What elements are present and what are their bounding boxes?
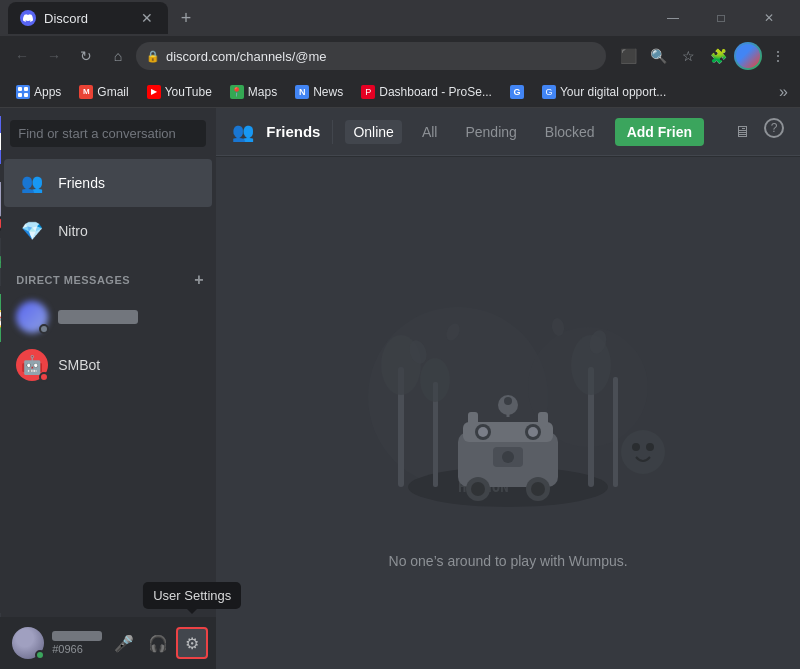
dm-search-area xyxy=(0,108,216,159)
friends-header: 👥 Friends Online All Pending Blocked Add… xyxy=(216,108,800,156)
tab-favicon xyxy=(20,10,36,26)
dm-item-smbot[interactable]: 🤖 SMBot xyxy=(4,341,212,389)
svg-point-7 xyxy=(420,358,450,402)
bookmark-google[interactable]: G xyxy=(502,80,532,104)
zoom-icon[interactable]: 🔍 xyxy=(644,42,672,70)
home-button[interactable]: ⌂ xyxy=(104,42,132,70)
nitro-nav-icon: 💎 xyxy=(16,215,48,247)
friends-header-title: Friends xyxy=(266,123,320,140)
forward-button[interactable]: → xyxy=(40,42,68,70)
username-blurred xyxy=(52,631,102,641)
bookmark-dashboard-label: Dashboard - ProSe... xyxy=(379,85,492,99)
user-info[interactable]: #0966 xyxy=(8,623,106,663)
back-button[interactable]: ← xyxy=(8,42,36,70)
bookmarks-bar: Apps M Gmail ▶ YouTube 📍 Maps N News xyxy=(0,76,800,108)
menu-icon[interactable]: ⋮ xyxy=(764,42,792,70)
user-avatar xyxy=(12,627,44,659)
bookmark-youtube[interactable]: ▶ YouTube xyxy=(139,80,220,104)
dm-add-button[interactable]: + xyxy=(190,271,208,289)
svg-point-25 xyxy=(621,430,665,474)
header-actions: 🖥 ? xyxy=(728,118,784,146)
minimize-button[interactable]: — xyxy=(650,2,696,34)
add-friend-button[interactable]: Add Frien xyxy=(615,118,704,146)
dm-section-header: DIRECT MESSAGES + xyxy=(0,255,216,293)
apps-icon xyxy=(16,85,30,99)
dm-name-smbot: SMBot xyxy=(58,357,100,373)
user-tag: #0966 xyxy=(52,643,102,655)
tab-blocked[interactable]: Blocked xyxy=(537,120,603,144)
user-details: #0966 xyxy=(52,631,102,655)
dm-avatar-1 xyxy=(16,301,48,333)
tab-bar: Discord ✕ + — □ ✕ xyxy=(0,0,800,36)
user-actions: 🎤 🎧 ⚙ User Settings xyxy=(108,627,208,659)
monitor-icon[interactable]: 🖥 xyxy=(728,118,756,146)
reload-button[interactable]: ↻ xyxy=(72,42,100,70)
friends-nav-icon: 👥 xyxy=(16,167,48,199)
dm-status-1 xyxy=(39,324,49,334)
maximize-button[interactable]: □ xyxy=(698,2,744,34)
tab-title: Discord xyxy=(44,11,130,26)
user-settings-tooltip: User Settings xyxy=(143,582,241,609)
bookmark-digital[interactable]: G Your digital opport... xyxy=(534,80,674,104)
nav-actions: ⬛ 🔍 ☆ 🧩 ⋮ xyxy=(614,42,792,70)
url-text: discord.com/channels/@me xyxy=(166,49,596,64)
close-button[interactable]: ✕ xyxy=(746,2,792,34)
tab-close-icon[interactable]: ✕ xyxy=(138,9,156,27)
svg-point-24 xyxy=(531,482,545,496)
news-icon: N xyxy=(295,85,309,99)
star-icon[interactable]: ☆ xyxy=(674,42,702,70)
wumpus-area: HFTHON xyxy=(298,257,718,569)
browser-window: Discord ✕ + — □ ✕ ← → ↻ ⌂ 🔒 discord.com/… xyxy=(0,0,800,108)
app-content: 197 + 🧭 ⬇ 👥 Friends 💎 Nitro xyxy=(0,108,800,669)
user-area: #0966 🎤 🎧 ⚙ User Settings xyxy=(0,617,216,669)
nav-section: 👥 Friends 💎 Nitro xyxy=(0,159,216,255)
svg-point-33 xyxy=(504,397,512,405)
extensions-icon[interactable]: 🧩 xyxy=(704,42,732,70)
tab-pending[interactable]: Pending xyxy=(457,120,524,144)
dm-status-smbot xyxy=(39,372,49,382)
profile-icon[interactable] xyxy=(734,42,762,70)
svg-point-15 xyxy=(478,427,488,437)
wumpus-illustration: HFTHON xyxy=(298,257,718,537)
bookmark-gmail[interactable]: M Gmail xyxy=(71,80,136,104)
friends-header-icon: 👥 xyxy=(232,121,254,143)
dm-section-label: DIRECT MESSAGES + xyxy=(16,271,208,289)
bookmark-maps-label: Maps xyxy=(248,85,277,99)
dm-name-1-blurred xyxy=(58,310,138,324)
lock-icon: 🔒 xyxy=(146,50,160,63)
active-tab[interactable]: Discord ✕ xyxy=(8,2,168,34)
address-bar[interactable]: 🔒 discord.com/channels/@me xyxy=(136,42,606,70)
maps-icon: 📍 xyxy=(230,85,244,99)
settings-button[interactable]: ⚙ User Settings xyxy=(176,627,208,659)
dm-item-1[interactable] xyxy=(4,293,212,341)
digital-icon: G xyxy=(542,85,556,99)
tab-online[interactable]: Online xyxy=(345,120,401,144)
svg-rect-17 xyxy=(468,412,478,427)
more-bookmarks[interactable]: » xyxy=(775,81,792,103)
bookmark-news-label: News xyxy=(313,85,343,99)
search-input[interactable] xyxy=(10,120,206,147)
empty-state-text: No one’s around to play with Wumpus. xyxy=(389,553,628,569)
user-online-status xyxy=(35,650,45,660)
deafen-button[interactable]: 🎧 xyxy=(142,627,174,659)
dm-panel: 👥 Friends 💎 Nitro DIRECT MESSAGES + xyxy=(0,108,216,669)
bookmark-dashboard[interactable]: P Dashboard - ProSe... xyxy=(353,80,500,104)
svg-point-20 xyxy=(502,451,514,463)
help-icon[interactable]: ? xyxy=(764,118,784,138)
svg-point-26 xyxy=(632,443,640,451)
dm-avatar-smbot: 🤖 xyxy=(16,349,48,381)
bookmark-youtube-label: YouTube xyxy=(165,85,212,99)
nitro-nav-item[interactable]: 💎 Nitro xyxy=(4,207,212,255)
svg-point-27 xyxy=(646,443,654,451)
bookmark-news[interactable]: N News xyxy=(287,80,351,104)
bookmark-apps[interactable]: Apps xyxy=(8,80,69,104)
friends-content: HFTHON xyxy=(216,156,800,669)
mute-button[interactable]: 🎤 xyxy=(108,627,140,659)
bookmark-maps[interactable]: 📍 Maps xyxy=(222,80,285,104)
dashboard-icon: P xyxy=(361,85,375,99)
cast-icon[interactable]: ⬛ xyxy=(614,42,642,70)
header-divider xyxy=(332,120,333,144)
friends-nav-item[interactable]: 👥 Friends xyxy=(4,159,212,207)
new-tab-button[interactable]: + xyxy=(172,4,200,32)
tab-all[interactable]: All xyxy=(414,120,446,144)
